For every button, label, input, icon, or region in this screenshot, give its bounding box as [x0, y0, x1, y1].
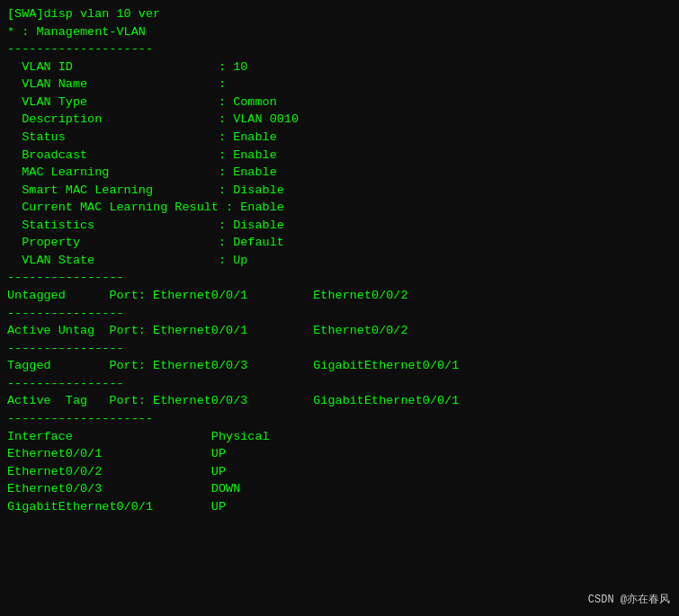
terminal-line-smart-mac: Smart MAC Learning : Disable	[7, 182, 672, 200]
terminal-line-current-mac: Current MAC Learning Result : Enable	[7, 199, 672, 217]
terminal-line-eth003: Ethernet0/0/3 DOWN	[7, 480, 672, 498]
terminal-line-active-untag: Active Untag Port: Ethernet0/0/1 Etherne…	[7, 322, 672, 340]
terminal-line-vlan-type: VLAN Type : Common	[7, 94, 672, 112]
terminal-line-mgmt: * : Management-VLAN	[7, 23, 672, 41]
terminal-line-sep4: ----------------	[7, 340, 672, 358]
terminal-line-eth002: Ethernet0/0/2 UP	[7, 463, 672, 481]
terminal-line-sep2: ----------------	[7, 269, 672, 287]
terminal-line-vlan-name: VLAN Name :	[7, 76, 672, 94]
terminal-line-vlan-id: VLAN ID : 10	[7, 58, 672, 76]
terminal-line-status: Status : Enable	[7, 129, 672, 147]
watermark: CSDN @亦在春风	[588, 592, 670, 607]
terminal-line-sep5: ----------------	[7, 375, 672, 393]
terminal-line-iface-header: Interface Physical	[7, 428, 672, 446]
terminal-line-eth001: Ethernet0/0/1 UP	[7, 445, 672, 463]
terminal: [SWA]disp vlan 10 ver* : Management-VLAN…	[0, 0, 679, 616]
terminal-line-mac-learning: MAC Learning : Enable	[7, 164, 672, 182]
terminal-line-sep6: --------------------	[7, 410, 672, 428]
terminal-line-giga001: GigabitEthernet0/0/1 UP	[7, 498, 672, 516]
terminal-line-tagged: Tagged Port: Ethernet0/0/3 GigabitEthern…	[7, 357, 672, 375]
terminal-line-statistics: Statistics : Disable	[7, 217, 672, 235]
terminal-line-cmd: [SWA]disp vlan 10 ver	[7, 5, 672, 23]
terminal-line-description: Description : VLAN 0010	[7, 111, 672, 129]
terminal-line-sep1: --------------------	[7, 40, 672, 58]
terminal-line-untagged: Untagged Port: Ethernet0/0/1 Ethernet0/0…	[7, 287, 672, 305]
terminal-line-property: Property : Default	[7, 234, 672, 252]
terminal-line-active-tag: Active Tag Port: Ethernet0/0/3 GigabitEt…	[7, 392, 672, 410]
terminal-line-vlan-state: VLAN State : Up	[7, 252, 672, 270]
terminal-line-broadcast: Broadcast : Enable	[7, 147, 672, 165]
terminal-line-sep3: ----------------	[7, 305, 672, 323]
